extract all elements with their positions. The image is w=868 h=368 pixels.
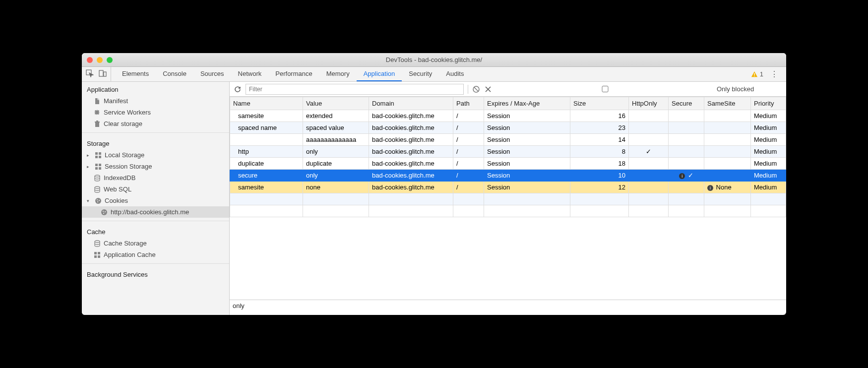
cookie-row[interactable]: secureonlybad-cookies.glitch.me/Session1… bbox=[230, 170, 786, 182]
column-header-size[interactable]: Size bbox=[570, 97, 629, 110]
svg-rect-1 bbox=[99, 70, 103, 76]
maximize-window-button[interactable] bbox=[107, 57, 113, 63]
column-header-httponly[interactable]: HttpOnly bbox=[629, 97, 669, 110]
grid-icon bbox=[95, 163, 102, 170]
warnings-badge[interactable]: 1 bbox=[751, 70, 763, 78]
sidebar-item-service-workers[interactable]: Service Workers bbox=[82, 107, 229, 118]
trash-icon bbox=[94, 121, 101, 127]
tab-sources[interactable]: Sources bbox=[193, 67, 231, 81]
svg-point-23 bbox=[101, 209, 107, 215]
delete-selected-icon[interactable] bbox=[484, 85, 492, 93]
cookie-row[interactable]: aaaaaaaaaaaaaabad-cookies.glitch.me/Sess… bbox=[230, 134, 786, 146]
column-header-value[interactable]: Value bbox=[303, 97, 369, 110]
warning-count: 1 bbox=[760, 70, 763, 78]
tab-application[interactable]: Application bbox=[357, 67, 402, 81]
tab-memory[interactable]: Memory bbox=[319, 67, 357, 81]
svg-point-19 bbox=[95, 198, 101, 204]
sidebar-section-application: Application bbox=[82, 82, 229, 95]
svg-rect-14 bbox=[99, 164, 101, 166]
more-menu-icon[interactable]: ⋮ bbox=[768, 69, 780, 79]
sidebar-item-clear-storage[interactable]: Clear storage bbox=[82, 118, 229, 129]
sidebar-item-cache-storage[interactable]: Cache Storage bbox=[82, 238, 229, 249]
cookie-detail-value: only bbox=[230, 300, 786, 315]
inspect-element-icon[interactable] bbox=[86, 69, 94, 79]
column-header-priority[interactable]: Priority bbox=[751, 97, 786, 110]
svg-point-20 bbox=[97, 199, 98, 200]
svg-rect-28 bbox=[94, 252, 97, 254]
empty-row bbox=[230, 205, 786, 217]
titlebar: DevTools - bad-cookies.glitch.me/ bbox=[82, 53, 786, 67]
tab-security[interactable]: Security bbox=[402, 67, 439, 81]
cookie-row[interactable]: duplicateduplicatebad-cookies.glitch.me/… bbox=[230, 158, 786, 170]
tab-audits[interactable]: Audits bbox=[439, 67, 471, 81]
svg-point-24 bbox=[103, 211, 104, 212]
svg-rect-11 bbox=[95, 156, 98, 158]
grid-icon bbox=[94, 251, 101, 258]
cookies-toolbar: Only blocked bbox=[230, 82, 786, 97]
cookie-icon bbox=[95, 197, 102, 204]
cookies-table: NameValueDomainPathExpires / Max-AgeSize… bbox=[230, 97, 786, 300]
column-header-path[interactable]: Path bbox=[453, 97, 484, 110]
svg-rect-31 bbox=[98, 255, 100, 258]
grid-icon bbox=[95, 152, 102, 159]
sidebar-section-background-services: Background Services bbox=[82, 267, 229, 280]
svg-rect-10 bbox=[99, 152, 101, 155]
sidebar-item-cookies[interactable]: Cookies bbox=[82, 195, 229, 206]
traffic-lights bbox=[87, 57, 113, 63]
svg-rect-2 bbox=[104, 72, 106, 76]
cookie-row[interactable]: spaced namespaced valuebad-cookies.glitc… bbox=[230, 122, 786, 134]
sidebar-item-web-sql[interactable]: Web SQL bbox=[82, 184, 229, 195]
sidebar-item-cookie-origin[interactable]: http://bad-cookies.glitch.me bbox=[82, 206, 229, 218]
svg-rect-8 bbox=[96, 121, 98, 122]
sidebar-item-local-storage[interactable]: Local Storage bbox=[82, 149, 229, 161]
application-sidebar: ApplicationManifestService WorkersClear … bbox=[82, 82, 230, 315]
db-icon bbox=[94, 175, 101, 182]
cookie-row[interactable]: samesitenonebad-cookies.glitch.me/Sessio… bbox=[230, 182, 786, 193]
column-header-secure[interactable]: Secure bbox=[669, 97, 704, 110]
window-title: DevTools - bad-cookies.glitch.me/ bbox=[386, 56, 482, 63]
divider bbox=[468, 85, 468, 94]
db-icon bbox=[94, 240, 101, 247]
column-header-name[interactable]: Name bbox=[230, 97, 303, 110]
sidebar-item-application-cache[interactable]: Application Cache bbox=[82, 249, 229, 260]
svg-rect-3 bbox=[754, 73, 754, 75]
svg-rect-4 bbox=[754, 75, 754, 76]
minimize-window-button[interactable] bbox=[97, 57, 103, 63]
svg-rect-30 bbox=[94, 255, 97, 258]
device-toolbar-icon[interactable] bbox=[99, 69, 107, 79]
cookie-row[interactable]: samesiteextendedbad-cookies.glitch.me/Se… bbox=[230, 110, 786, 122]
sidebar-section-cache: Cache bbox=[82, 224, 229, 238]
cookie-icon bbox=[101, 209, 108, 216]
sidebar-item-indexeddb[interactable]: IndexedDB bbox=[82, 172, 229, 184]
clear-all-icon[interactable] bbox=[472, 85, 480, 93]
svg-point-17 bbox=[95, 175, 100, 177]
column-header-samesite[interactable]: SameSite bbox=[704, 97, 751, 110]
svg-rect-16 bbox=[99, 167, 101, 170]
svg-rect-7 bbox=[95, 122, 100, 123]
svg-point-22 bbox=[97, 201, 98, 202]
cookie-row[interactable]: httponlybad-cookies.glitch.me/Session8✓M… bbox=[230, 146, 786, 158]
tab-elements[interactable]: Elements bbox=[115, 67, 156, 81]
main-panel: Only blocked NameValueDomainPathExpires … bbox=[230, 82, 786, 315]
sidebar-item-manifest[interactable]: Manifest bbox=[82, 95, 229, 107]
svg-point-27 bbox=[95, 241, 100, 243]
tab-performance[interactable]: Performance bbox=[268, 67, 319, 81]
svg-rect-15 bbox=[95, 167, 98, 170]
filter-input[interactable] bbox=[246, 84, 464, 95]
svg-rect-6 bbox=[95, 123, 99, 127]
close-window-button[interactable] bbox=[87, 57, 93, 63]
tab-console[interactable]: Console bbox=[156, 67, 193, 81]
tab-network[interactable]: Network bbox=[231, 67, 269, 81]
column-header-domain[interactable]: Domain bbox=[369, 97, 453, 110]
column-header-expires-max-age[interactable]: Expires / Max-Age bbox=[484, 97, 570, 110]
svg-rect-9 bbox=[95, 152, 98, 155]
sidebar-section-storage: Storage bbox=[82, 136, 229, 149]
svg-point-21 bbox=[99, 200, 100, 201]
svg-rect-29 bbox=[98, 252, 100, 254]
sidebar-item-session-storage[interactable]: Session Storage bbox=[82, 161, 229, 172]
svg-rect-12 bbox=[99, 156, 101, 158]
reload-icon[interactable] bbox=[234, 85, 242, 93]
only-blocked-checkbox[interactable]: Only blocked bbox=[496, 85, 754, 93]
svg-rect-13 bbox=[95, 164, 98, 166]
gear-icon bbox=[94, 109, 101, 116]
